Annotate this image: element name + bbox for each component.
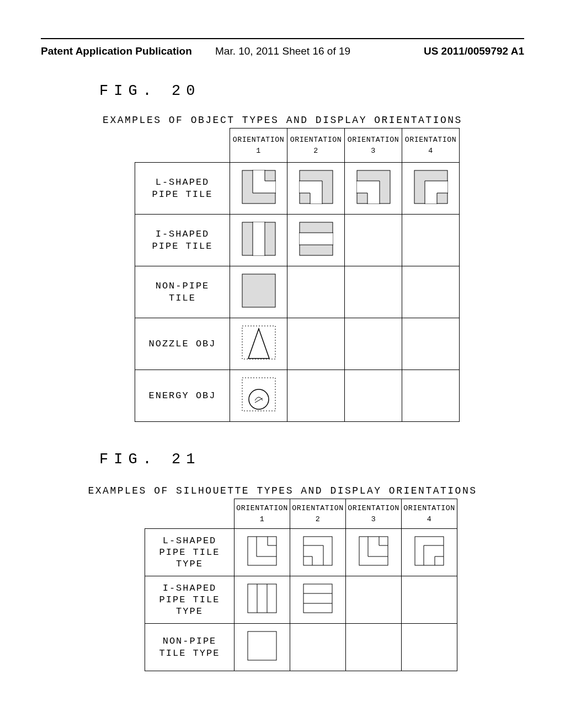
table-row: L-SHAPEDPIPE TILE (135, 163, 460, 215)
col-header: ORIENTATION2 (290, 499, 346, 529)
cell (345, 163, 402, 215)
table-row: NON-PIPETILE (135, 266, 460, 318)
svg-rect-14 (303, 537, 332, 565)
header-middle: Mar. 10, 2011 Sheet 16 of 19 (215, 45, 350, 57)
cell (290, 576, 346, 624)
cell (346, 624, 402, 671)
cell (234, 529, 290, 576)
table-row: I-SHAPEDPIPE TILE (135, 215, 460, 266)
col-header: ORIENTATION3 (345, 129, 402, 163)
nozzle-icon (242, 325, 276, 360)
col-header: ORIENTATION4 (402, 499, 457, 529)
svg-point-11 (249, 389, 269, 409)
cell (230, 266, 287, 318)
figure-20-caption: EXAMPLES OF OBJECT TYPES AND DISPLAY ORI… (0, 115, 565, 126)
row-label: I-SHAPEDPIPE TILETYPE (145, 576, 234, 624)
cell (230, 318, 287, 370)
svg-rect-23 (248, 631, 276, 660)
row-label: L-SHAPEDPIPE TILETYPE (145, 529, 234, 576)
row-label: ENERGY OBJ (135, 370, 230, 422)
energy-icon (242, 377, 276, 411)
page-header: Patent Application Publication Mar. 10, … (41, 45, 524, 57)
table-row: NOZZLE OBJ (135, 318, 460, 370)
row-label: I-SHAPEDPIPE TILE (135, 215, 230, 266)
svg-rect-13 (248, 537, 276, 565)
figure-21-table: ORIENTATION1 ORIENTATION2 ORIENTATION3 O… (145, 499, 457, 671)
table-corner (145, 499, 234, 529)
col-header: ORIENTATION1 (230, 129, 287, 163)
cell (230, 370, 287, 422)
cell (230, 215, 287, 266)
cell (234, 624, 290, 671)
col-header: ORIENTATION2 (287, 129, 345, 163)
header-left: Patent Application Publication (41, 45, 192, 57)
cell (287, 370, 345, 422)
table-row: I-SHAPEDPIPE TILETYPE (145, 576, 457, 624)
i-pipe-tile-icon (299, 222, 333, 256)
row-label: NOZZLE OBJ (135, 318, 230, 370)
cell (345, 266, 402, 318)
svg-rect-9 (242, 326, 275, 359)
cell (345, 318, 402, 370)
svg-rect-5 (253, 222, 265, 256)
l-pipe-tile-icon (356, 170, 391, 204)
l-pipe-tile-icon (414, 170, 448, 204)
figure-20-label: FIG. 20 (99, 83, 200, 99)
row-label: L-SHAPEDPIPE TILE (135, 163, 230, 215)
svg-rect-10 (242, 378, 275, 411)
figure-21-label: FIG. 21 (99, 451, 200, 468)
cell (287, 318, 345, 370)
cell (345, 215, 402, 266)
cell (402, 215, 460, 266)
svg-rect-15 (359, 537, 388, 565)
l-silhouette-icon (414, 536, 444, 566)
table-row: L-SHAPEDPIPE TILETYPE (145, 529, 457, 576)
cell (402, 163, 460, 215)
cell (402, 624, 457, 671)
cell (290, 624, 346, 671)
col-header: ORIENTATION1 (234, 499, 290, 529)
cell (287, 215, 345, 266)
row-label: NON-PIPETILE (135, 266, 230, 318)
figure-20-table: ORIENTATION1 ORIENTATION2 ORIENTATION3 O… (135, 128, 460, 422)
svg-rect-17 (248, 584, 276, 613)
cell (230, 163, 287, 215)
i-silhouette-icon (247, 584, 277, 613)
figure-21-caption: EXAMPLES OF SILHOUETTE TYPES AND DISPLAY… (0, 485, 565, 496)
l-silhouette-icon (303, 536, 333, 566)
svg-rect-16 (415, 537, 444, 565)
cell (290, 529, 346, 576)
table-row: ENERGY OBJ (135, 370, 460, 422)
header-rule (41, 38, 524, 39)
non-pipe-tile-icon (242, 274, 276, 308)
cell (234, 576, 290, 624)
col-header: ORIENTATION4 (402, 129, 460, 163)
cell (402, 266, 460, 318)
svg-rect-8 (242, 274, 275, 307)
non-pipe-silhouette-icon (247, 631, 277, 661)
l-silhouette-icon (359, 536, 388, 566)
cell (402, 529, 457, 576)
svg-rect-7 (299, 233, 333, 245)
header-right: US 2011/0059792 A1 (424, 45, 524, 57)
page: Patent Application Publication Mar. 10, … (0, 0, 565, 728)
table-header-row: ORIENTATION1 ORIENTATION2 ORIENTATION3 O… (145, 499, 457, 529)
table-row: NON-PIPETILE TYPE (145, 624, 457, 671)
l-pipe-tile-icon (242, 170, 276, 204)
l-silhouette-icon (247, 536, 277, 566)
l-pipe-tile-icon (299, 170, 333, 204)
cell (402, 576, 457, 624)
row-label: NON-PIPETILE TYPE (145, 624, 234, 671)
svg-rect-20 (303, 584, 332, 613)
i-silhouette-icon (303, 584, 333, 613)
cell (402, 318, 460, 370)
col-header: ORIENTATION3 (346, 499, 402, 529)
cell (402, 370, 460, 422)
i-pipe-tile-icon (242, 222, 276, 256)
cell (346, 529, 402, 576)
table-corner (135, 129, 230, 163)
cell (346, 576, 402, 624)
cell (287, 266, 345, 318)
cell (287, 163, 345, 215)
cell (345, 370, 402, 422)
